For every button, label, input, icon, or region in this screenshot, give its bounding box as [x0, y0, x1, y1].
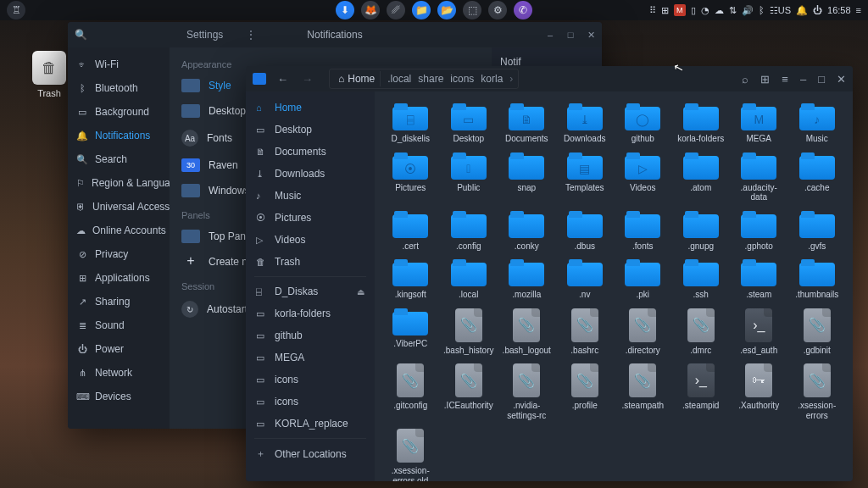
tray-expand-icon[interactable]: ≡ — [856, 5, 861, 15]
file-item[interactable]: ›_.esd_auth — [732, 307, 787, 358]
places-desktop[interactable]: ▭Desktop — [246, 119, 375, 141]
breadcrumb-korla[interactable]: korla — [477, 71, 506, 86]
settings-titlebar[interactable]: 🔍 Settings ⋮ Notifications – □ ✕ — [68, 22, 602, 47]
bookmark-korla-replace[interactable]: ▭KORLA_replace — [246, 413, 375, 435]
tray-bell-icon[interactable]: 🔔 — [796, 5, 808, 16]
tray-net-icon[interactable]: ⇅ — [729, 5, 737, 16]
dock-firefox-icon[interactable]: 🦊 — [361, 1, 380, 19]
file-item[interactable]: ⤓Downloads — [558, 102, 613, 146]
dock-settings-icon[interactable]: ⚙ — [488, 1, 507, 19]
file-item[interactable]: .fonts — [615, 209, 670, 253]
settings-nav-privacy[interactable]: ⊘Privacy — [68, 242, 170, 266]
tray-layout[interactable]: ☷ US — [770, 5, 791, 16]
files-view-icon[interactable]: ⊞ — [760, 73, 770, 86]
file-item[interactable]: 📎.ICEauthority — [442, 362, 497, 422]
budgie-menu-icon[interactable]: ♖ — [7, 1, 25, 19]
file-item[interactable]: 📎.gitconfig — [383, 362, 438, 422]
file-item[interactable]: ◯github — [615, 102, 670, 146]
dock-terminal-icon[interactable]: ␥ — [387, 1, 405, 19]
bookmark-icons[interactable]: ▭icons — [246, 391, 375, 413]
file-item[interactable]: .thumbnails — [790, 258, 845, 302]
settings-nav-network[interactable]: ⋔Network — [68, 361, 170, 385]
settings-nav-sound[interactable]: ≣Sound — [68, 313, 170, 337]
dock-dl-icon[interactable]: ⬇ — [336, 1, 354, 19]
breadcrumb-icons[interactable]: icons — [447, 71, 477, 86]
places-videos[interactable]: ▷Videos — [246, 229, 375, 251]
file-item[interactable]: .cache — [790, 151, 845, 204]
file-item[interactable]: korla-folders — [674, 102, 729, 146]
files-path-root-icon[interactable] — [253, 73, 266, 85]
files-min-button[interactable]: – — [800, 73, 806, 86]
file-item[interactable]: 📎.directory — [615, 307, 670, 358]
files-back-button[interactable]: ← — [275, 73, 291, 86]
places-documents[interactable]: 🗎Documents — [246, 141, 375, 163]
file-item[interactable]: .conky — [499, 209, 554, 253]
settings-nav-sharing[interactable]: ↗Sharing — [68, 290, 170, 313]
tray-bt-icon[interactable]: ᛒ — [759, 5, 765, 15]
breadcrumb-more-icon[interactable]: › — [509, 73, 513, 85]
settings-nav-bluetooth[interactable]: ᛒBluetooth — [68, 76, 170, 100]
eject-icon[interactable]: ⏏ — [357, 287, 364, 297]
files-forward-button[interactable]: → — [299, 73, 315, 86]
dock-cube-icon[interactable]: ⬚ — [463, 1, 481, 19]
places-trash[interactable]: 🗑Trash — [246, 251, 375, 273]
file-item[interactable]: 📎.bashrc — [558, 307, 613, 358]
settings-nav-region-language[interactable]: ⚐Region & Language — [68, 171, 170, 195]
settings-kebab-icon[interactable]: ⋮ — [246, 29, 256, 41]
file-item[interactable]: ⌸D_diskelis — [383, 102, 438, 146]
tray-cloud-icon[interactable]: ☁ — [715, 5, 724, 16]
file-item[interactable]: ♪Music — [790, 102, 845, 146]
file-item[interactable]: ▤Templates — [558, 151, 613, 204]
dock-folder-open-icon[interactable]: 📂 — [437, 1, 456, 19]
files-hamburger-icon[interactable]: ≡ — [782, 73, 788, 86]
file-item[interactable]: .pki — [615, 258, 670, 302]
settings-search-icon[interactable]: 🔍 — [75, 29, 87, 41]
dock-folder-icon[interactable]: 📁 — [412, 1, 431, 19]
other-locations[interactable]: ＋Other Locations — [246, 442, 375, 465]
settings-nav-background[interactable]: ▭Background — [68, 100, 170, 124]
settings-nav-devices[interactable]: ⌨Devices — [68, 385, 170, 408]
settings-max-button[interactable]: □ — [565, 29, 576, 41]
file-item[interactable]: MMEGA — [732, 102, 787, 146]
places-music[interactable]: ♪Music — [246, 185, 375, 207]
file-item[interactable]: .config — [442, 209, 497, 253]
settings-nav-power[interactable]: ⏻Power — [68, 337, 170, 361]
file-item[interactable]: .cert — [383, 209, 438, 253]
file-item[interactable]: .kingsoft — [383, 258, 438, 302]
file-item[interactable]: .steam — [732, 258, 787, 302]
tray-volume-icon[interactable]: 🔊 — [742, 5, 754, 16]
file-item[interactable]: .audacity-data — [732, 151, 787, 204]
tray-power-icon[interactable]: ⏻ — [813, 5, 822, 15]
file-item[interactable]: ▭Desktop — [442, 102, 497, 146]
file-item[interactable]: 📎.xsession-errors.old — [383, 427, 438, 481]
file-item[interactable]: 🗎Documents — [499, 102, 554, 146]
tray-dots-icon[interactable]: ⠿ — [649, 5, 656, 16]
file-item[interactable]: .nv — [558, 258, 613, 302]
places-pictures[interactable]: ⦿Pictures — [246, 207, 375, 229]
file-item[interactable]: 𖧋Public — [442, 151, 497, 204]
settings-nav-applications[interactable]: ⊞Applications — [68, 266, 170, 290]
file-item[interactable]: .atom — [674, 151, 729, 204]
settings-nav-online-accounts[interactable]: ☁Online Accounts — [68, 219, 170, 242]
file-item[interactable]: .gphoto — [732, 209, 787, 253]
files-titlebar[interactable]: ← → ⌂Home .localshareiconskorla › ⌕ ⊞ ≡ … — [246, 66, 853, 92]
bookmark-icons[interactable]: ▭icons — [246, 369, 375, 391]
tray-disk-icon[interactable]: ◔ — [701, 5, 709, 16]
tray-grid-icon[interactable]: ⊞ — [661, 5, 669, 16]
file-item[interactable]: .gnupg — [674, 209, 729, 253]
settings-nav-wi-fi[interactable]: ᯤWi-Fi — [68, 53, 170, 76]
files-search-icon[interactable]: ⌕ — [742, 73, 748, 86]
settings-min-button[interactable]: – — [544, 29, 556, 41]
bookmark-github[interactable]: ▭github — [246, 324, 375, 347]
tray-phone-icon[interactable]: ▯ — [691, 5, 696, 16]
breadcrumb-.local[interactable]: .local — [384, 71, 415, 86]
file-item[interactable]: .ssh — [674, 258, 729, 302]
files-close-button[interactable]: ✕ — [837, 73, 846, 86]
places-downloads[interactable]: ⤓Downloads — [246, 163, 375, 185]
file-item[interactable]: .local — [442, 258, 497, 302]
bookmark-korla-folders[interactable]: ▭korla-folders — [246, 302, 375, 324]
settings-nav-search[interactable]: 🔍Search — [68, 147, 170, 171]
files-max-button[interactable]: □ — [818, 73, 825, 86]
tray-m-icon[interactable]: M — [674, 4, 686, 16]
desktop-trash[interactable]: 🗑 Trash — [25, 51, 73, 98]
